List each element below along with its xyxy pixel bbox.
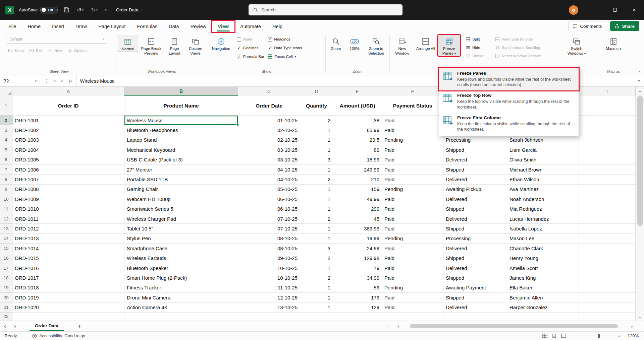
cell-H8[interactable]: Ethan Wilson bbox=[507, 175, 579, 184]
cell-B4[interactable]: Laptop Stand bbox=[124, 135, 238, 145]
cell-C2[interactable]: 01-10-25 bbox=[238, 116, 300, 125]
cell-H22[interactable] bbox=[507, 313, 579, 321]
avatar[interactable]: o bbox=[569, 5, 578, 15]
tab-formulas[interactable]: Formulas bbox=[131, 21, 163, 32]
cell-F3[interactable]: Paid bbox=[382, 125, 443, 135]
cell-E15[interactable]: 24.99 bbox=[333, 244, 382, 253]
cell-D1[interactable]: Quantity bbox=[300, 96, 333, 116]
cell-E2[interactable]: 38 bbox=[333, 116, 382, 125]
row-header-11[interactable]: 11 bbox=[0, 204, 12, 214]
cell-B1[interactable]: Product Name bbox=[124, 96, 238, 116]
column-header-B[interactable]: B bbox=[124, 87, 238, 96]
tab-page-layout[interactable]: Page Layout bbox=[93, 21, 131, 32]
cell-E17[interactable]: 79 bbox=[333, 263, 382, 273]
menu-item-freeze-panes[interactable]: Freeze Panes Keep rows and columns visib… bbox=[439, 68, 579, 90]
maximize-button[interactable] bbox=[605, 0, 625, 20]
cell-A15[interactable]: ORD-1014 bbox=[12, 244, 124, 253]
cell-E5[interactable]: 89 bbox=[333, 145, 382, 155]
cell-F21[interactable]: Paid bbox=[382, 302, 443, 312]
cell-C11[interactable]: 06-10-25 bbox=[238, 204, 300, 214]
cell-B11[interactable]: Smartwatch Series 5 bbox=[124, 204, 238, 214]
name-box[interactable]: B2 ▾ bbox=[0, 75, 40, 86]
cell-C7[interactable]: 04-10-25 bbox=[238, 165, 300, 175]
comments-button[interactable]: Comments bbox=[568, 21, 606, 31]
navigation-button[interactable]: Navigation bbox=[209, 35, 233, 51]
cell-E7[interactable]: 249.99 bbox=[333, 165, 382, 175]
cell-D15[interactable]: 3 bbox=[300, 244, 333, 253]
share-button[interactable]: Share bbox=[610, 21, 639, 31]
cell-B12[interactable]: Wireless Charger Pad bbox=[124, 214, 238, 224]
save-button[interactable] bbox=[62, 6, 71, 14]
cell-E1[interactable]: Amount (USD) bbox=[333, 96, 382, 116]
cell-F9[interactable]: Pending bbox=[382, 185, 443, 194]
cell-G13[interactable]: Shipped bbox=[443, 224, 507, 233]
focus-cell-button[interactable]: Focus Cell ▾ bbox=[268, 52, 302, 61]
cell-D7[interactable]: 1 bbox=[300, 165, 333, 175]
cell-F18[interactable]: Paid bbox=[382, 273, 443, 283]
cell-B2[interactable]: Wireless Mouse bbox=[124, 116, 238, 125]
cell-E19[interactable]: 59 bbox=[333, 283, 382, 293]
cell-B13[interactable]: Tablet 10.5” bbox=[124, 224, 238, 233]
scroll-left-icon[interactable]: ◂ bbox=[396, 325, 400, 328]
cell-G15[interactable]: Delivered bbox=[443, 244, 507, 253]
tab-review[interactable]: Review bbox=[185, 21, 212, 32]
accessibility-status[interactable]: Accessibility: Good to go bbox=[32, 334, 85, 338]
cell-D20[interactable]: 1 bbox=[300, 293, 333, 302]
row-header-1[interactable]: 1 bbox=[0, 96, 12, 116]
cell-B21[interactable]: Action Camera 4K bbox=[124, 302, 238, 312]
cell-F22[interactable] bbox=[382, 313, 443, 321]
close-button[interactable]: × bbox=[625, 0, 644, 20]
tab-view[interactable]: View bbox=[212, 21, 234, 32]
cell-B22[interactable] bbox=[124, 313, 238, 321]
cell-I2[interactable] bbox=[579, 116, 636, 125]
cell-H21[interactable]: Harper Gonzalez bbox=[507, 302, 579, 312]
cell-B3[interactable]: Bluetooth Headphones bbox=[124, 125, 238, 135]
column-header-D[interactable]: D bbox=[300, 87, 333, 96]
cell-C12[interactable]: 07-10-25 bbox=[238, 214, 300, 224]
cell-H11[interactable]: Mia Rodriguez bbox=[507, 204, 579, 214]
cell-G19[interactable]: Awaiting Payment bbox=[443, 283, 507, 293]
cell-C19[interactable]: 11-10-25 bbox=[238, 283, 300, 293]
row-header-20[interactable]: 20 bbox=[0, 293, 12, 302]
cell-C15[interactable]: 08-10-25 bbox=[238, 244, 300, 253]
cell-D21[interactable]: 1 bbox=[300, 302, 333, 312]
cell-C13[interactable]: 07-10-25 bbox=[238, 224, 300, 233]
zoom-out-button[interactable]: − bbox=[572, 333, 575, 339]
cell-D6[interactable]: 3 bbox=[300, 155, 333, 165]
cell-F11[interactable]: Paid bbox=[382, 204, 443, 214]
cell-I16[interactable] bbox=[579, 253, 636, 263]
cell-D4[interactable]: 1 bbox=[300, 135, 333, 145]
cell-C20[interactable]: 12-10-25 bbox=[238, 293, 300, 302]
cell-B18[interactable]: Smart Home Plug (2-Pack) bbox=[124, 273, 238, 283]
collapse-ribbon-button[interactable]: ▴ bbox=[639, 69, 641, 73]
cell-H16[interactable]: Henry Young bbox=[507, 253, 579, 263]
cell-A20[interactable]: ORD-1019 bbox=[12, 293, 124, 302]
cell-G14[interactable]: Processing bbox=[443, 234, 507, 244]
cell-A1[interactable]: Order ID bbox=[12, 96, 124, 116]
row-header-10[interactable]: 10 bbox=[0, 194, 12, 204]
column-header-F[interactable]: F bbox=[382, 87, 443, 96]
cell-A18[interactable]: ORD-1017 bbox=[12, 273, 124, 283]
view-page-layout-icon[interactable] bbox=[552, 334, 557, 338]
undo-button[interactable]: ↺▾ bbox=[75, 5, 85, 14]
scroll-up-icon[interactable]: ▴ bbox=[636, 87, 644, 94]
cell-F16[interactable]: Paid bbox=[382, 253, 443, 263]
cell-I22[interactable] bbox=[579, 313, 636, 321]
cell-A14[interactable]: ORD-1013 bbox=[12, 234, 124, 244]
autosave-toggle[interactable]: Off bbox=[40, 7, 58, 13]
cell-G16[interactable]: Shipped bbox=[443, 253, 507, 263]
cell-F19[interactable]: Pending bbox=[382, 283, 443, 293]
cell-H14[interactable]: Mason Lee bbox=[507, 234, 579, 244]
zoom-slider[interactable] bbox=[580, 336, 612, 336]
row-header-15[interactable]: 15 bbox=[0, 244, 12, 253]
formula-bar-checkbox[interactable]: ✓ Formula Bar bbox=[237, 52, 264, 61]
cell-F10[interactable]: Paid bbox=[382, 194, 443, 204]
cell-E9[interactable]: 159 bbox=[333, 185, 382, 194]
cell-I14[interactable] bbox=[579, 234, 636, 244]
cell-E10[interactable]: 49.99 bbox=[333, 194, 382, 204]
zoom-to-selection-button[interactable]: Zoom to Selection bbox=[364, 35, 388, 56]
arrange-all-button[interactable]: Arrange All bbox=[415, 35, 437, 51]
excel-logo-icon[interactable]: X bbox=[5, 6, 14, 14]
cell-I10[interactable] bbox=[579, 194, 636, 204]
cell-A5[interactable]: ORD-1004 bbox=[12, 145, 124, 155]
